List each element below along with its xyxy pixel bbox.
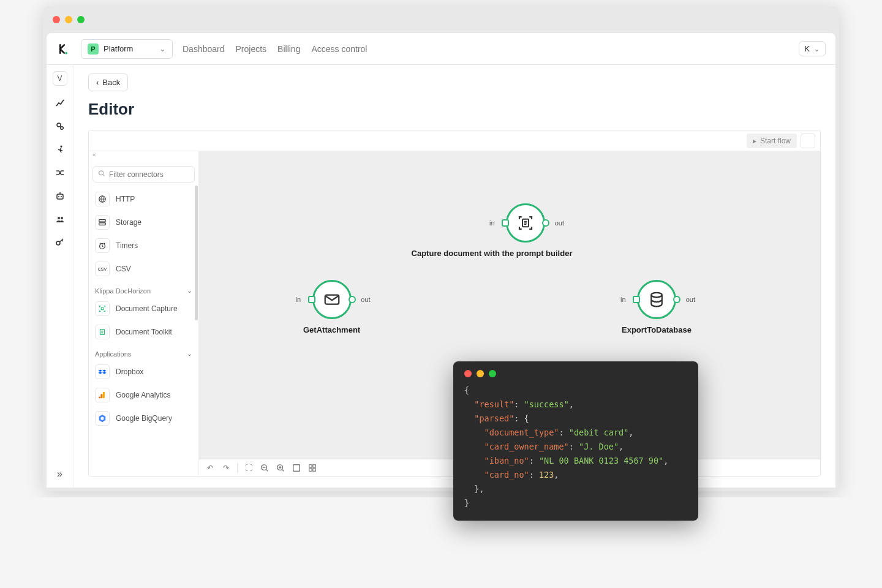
connector-label: Timers — [116, 241, 138, 250]
svg-rect-31 — [313, 468, 315, 470]
window-close-icon[interactable] — [53, 16, 60, 23]
csv-icon: CSV — [95, 262, 110, 276]
toolbar-more-button[interactable] — [801, 134, 815, 148]
svg-point-1 — [57, 123, 61, 127]
redo-icon[interactable]: ↷ — [220, 462, 232, 474]
svg-rect-27 — [293, 464, 300, 471]
panel-collapse-icon[interactable]: « — [89, 151, 198, 162]
connector-label: Document Toolkit — [116, 328, 172, 336]
undo-icon[interactable]: ↶ — [204, 462, 216, 474]
chart-icon[interactable] — [54, 97, 66, 109]
node-port-out[interactable] — [349, 296, 356, 303]
editor-toolbar: ▸ Start flow — [89, 130, 820, 151]
back-button[interactable]: ‹ Back — [88, 74, 128, 91]
connector-label: CSV — [116, 265, 131, 273]
connector-label: Dropbox — [116, 368, 143, 376]
nav-access-control[interactable]: Access control — [311, 44, 367, 54]
fit-icon[interactable] — [290, 462, 303, 474]
port-out-label: out — [361, 296, 370, 303]
database-icon — [647, 290, 666, 309]
runner-icon[interactable] — [54, 143, 66, 156]
main-header: ‹ Back Editor — [74, 65, 835, 125]
connector-storage[interactable]: Storage — [92, 211, 195, 234]
node-port-in[interactable] — [502, 219, 509, 227]
node-port-out[interactable] — [673, 296, 680, 303]
nav-billing[interactable]: Billing — [277, 44, 300, 54]
window-minimize-icon[interactable] — [477, 370, 484, 377]
nav-projects[interactable]: Projects — [236, 44, 267, 54]
connector-label: HTTP — [116, 195, 135, 203]
section-title: Klippa DocHorizon — [95, 287, 151, 295]
connector-document-toolkit[interactable]: Document Toolkit — [92, 320, 195, 344]
svg-point-0 — [65, 51, 67, 54]
svg-rect-29 — [313, 464, 315, 467]
svg-rect-30 — [309, 468, 312, 470]
node-label: Capture document with the prompt builder — [403, 249, 581, 258]
svg-point-8 — [61, 217, 63, 219]
envelope-icon — [323, 290, 341, 309]
connector-list: HTTP Storage Timers — [89, 186, 198, 476]
panel-scrollbar[interactable] — [195, 186, 198, 320]
flow-node-capture[interactable]: in out Capture document with the prompt … — [470, 203, 581, 258]
toolkit-icon — [95, 325, 110, 339]
chevron-down-icon: ⌄ — [159, 44, 166, 53]
window-maximize-icon[interactable] — [489, 370, 496, 377]
connector-google-analytics[interactable]: Google Analytics — [92, 383, 195, 407]
app-shell: P Platform ⌄ Dashboard Projects Billing … — [47, 33, 835, 488]
flow-node-export[interactable]: in out ExportToDatabase — [622, 280, 692, 334]
start-flow-button[interactable]: ▸ Start flow — [747, 134, 797, 148]
app-window: P Platform ⌄ Dashboard Projects Billing … — [43, 6, 839, 491]
org-selector[interactable]: P Platform ⌄ — [81, 39, 173, 59]
svg-point-3 — [60, 145, 62, 147]
zoom-out-icon[interactable] — [258, 462, 271, 474]
node-port-in[interactable] — [308, 296, 315, 303]
svg-point-10 — [99, 171, 104, 175]
zoom-in-icon[interactable] — [274, 462, 287, 474]
clock-icon — [95, 238, 110, 253]
window-close-icon[interactable] — [464, 370, 472, 377]
connector-csv[interactable]: CSV CSV — [92, 257, 195, 281]
connector-section-applications[interactable]: Applications ⌄ — [92, 344, 195, 360]
connector-label: Storage — [116, 218, 141, 227]
shuffle-icon[interactable] — [54, 167, 66, 179]
filter-connectors-input[interactable] — [92, 166, 195, 183]
port-in-label: in — [489, 219, 495, 227]
expand-rail-icon[interactable]: » — [54, 468, 66, 480]
play-icon: ▸ — [753, 137, 756, 145]
nav-dashboard[interactable]: Dashboard — [183, 44, 225, 54]
connector-document-capture[interactable]: Document Capture — [92, 297, 195, 320]
window-minimize-icon[interactable] — [65, 16, 72, 23]
code-window-titlebar — [464, 370, 687, 377]
key-icon[interactable] — [54, 236, 66, 249]
node-port-in[interactable] — [633, 296, 640, 303]
svg-rect-12 — [99, 220, 106, 222]
svg-rect-18 — [100, 394, 102, 398]
svg-point-19 — [99, 396, 100, 398]
users-icon[interactable] — [54, 213, 66, 225]
port-in-label: in — [620, 296, 626, 303]
section-title: Applications — [95, 350, 131, 358]
node-port-out[interactable] — [542, 219, 549, 227]
user-letter: K — [804, 44, 810, 53]
flow-node-getattachment[interactable]: in out GetAttachment — [303, 280, 360, 334]
svg-point-6 — [61, 196, 62, 197]
app-logo — [56, 42, 71, 56]
port-out-label: out — [686, 296, 695, 303]
connector-dropbox[interactable]: Dropbox — [92, 360, 195, 383]
port-in-label: in — [296, 296, 301, 303]
search-icon — [98, 170, 105, 179]
filter-input-field[interactable] — [109, 170, 201, 179]
window-maximize-icon[interactable] — [77, 16, 85, 23]
fullscreen-icon[interactable]: ⛶ — [243, 462, 255, 474]
back-label: Back — [102, 78, 120, 87]
robot-icon[interactable] — [54, 190, 66, 202]
connector-google-bigquery[interactable]: Google BigQuery — [92, 407, 195, 430]
connector-timers[interactable]: Timers — [92, 234, 195, 257]
ga-icon — [95, 388, 110, 402]
connector-section-dochorizon[interactable]: Klippa DocHorizon ⌄ — [92, 281, 195, 297]
gears-icon[interactable] — [54, 120, 66, 132]
grid-icon[interactable] — [306, 462, 318, 474]
user-selector[interactable]: K ⌄ — [799, 41, 826, 56]
rail-context-badge[interactable]: V — [53, 71, 67, 86]
connector-http[interactable]: HTTP — [92, 187, 195, 211]
